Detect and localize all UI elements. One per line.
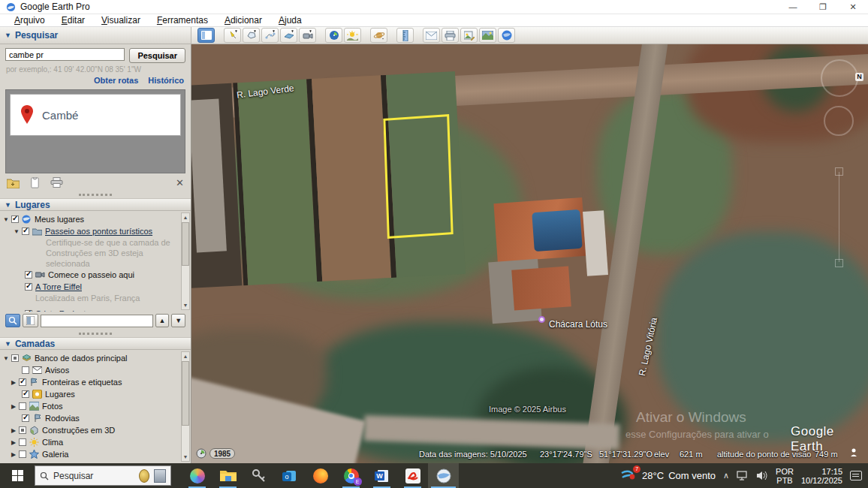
clock-date[interactable]: 17:1510/12/2025 xyxy=(801,467,842,485)
checkbox[interactable] xyxy=(22,414,29,422)
place-label[interactable]: Chácara Lótus xyxy=(549,319,607,330)
add-polygon-icon[interactable] xyxy=(243,28,260,43)
checkbox[interactable] xyxy=(22,227,29,235)
taskbar-app-copilot[interactable] xyxy=(182,463,212,488)
time-slider-icon[interactable] xyxy=(196,448,206,459)
expander-open-icon[interactable]: ▼ xyxy=(2,355,10,362)
history-link[interactable]: Histórico xyxy=(148,76,184,85)
checkbox[interactable] xyxy=(25,283,32,291)
map-viewport[interactable]: R. Lago Verde R. Lago Vitória Chácara Ló… xyxy=(191,44,868,463)
layers-panel-header[interactable]: ▼ Camadas xyxy=(0,337,191,350)
zoom-in-handle[interactable] xyxy=(835,167,843,176)
taskbar-app-keys[interactable] xyxy=(243,463,274,488)
language-indicator[interactable]: PORPTB xyxy=(776,467,794,485)
scroll-thumb[interactable] xyxy=(182,222,189,266)
tree-item-torre-eiffel[interactable]: A Torre Eiffel xyxy=(2,281,180,293)
minimize-button[interactable]: — xyxy=(778,0,808,14)
move-down-icon[interactable]: ▼ xyxy=(171,314,185,327)
layer-banco-de-dados[interactable]: ▼ Banco de dados principal xyxy=(2,352,180,364)
menu-ajuda[interactable]: Ajuda xyxy=(270,15,310,26)
start-button[interactable] xyxy=(0,463,35,488)
checkbox[interactable] xyxy=(25,310,32,312)
selected-plot-outline[interactable] xyxy=(383,114,453,239)
scroll-down-icon[interactable]: ▼ xyxy=(182,453,189,461)
sidebar-toggle-icon[interactable] xyxy=(197,28,215,43)
checkbox-partial[interactable] xyxy=(11,354,19,362)
checkbox[interactable] xyxy=(25,271,32,279)
search-input[interactable] xyxy=(5,48,125,61)
taskbar-search[interactable]: Pesquisar xyxy=(35,465,171,486)
tree-item-passeio[interactable]: ▼ Passeio aos pontos turísticos xyxy=(2,225,180,237)
taskbar-app-firefox[interactable] xyxy=(305,463,336,488)
search-button[interactable]: Pesquisar xyxy=(129,48,185,63)
close-results-icon[interactable]: ✕ xyxy=(176,177,184,188)
expander-open-icon[interactable]: ▼ xyxy=(13,228,20,235)
ruler-icon[interactable] xyxy=(396,28,414,43)
layer-clima[interactable]: ▶ Clima xyxy=(2,436,180,448)
earth-globe-icon[interactable] xyxy=(498,28,515,43)
tray-overflow-chevron-icon[interactable]: ∧ xyxy=(723,471,729,480)
sunlight-icon[interactable] xyxy=(344,28,361,43)
expander-open-icon[interactable]: ▼ xyxy=(2,216,10,223)
places-panel-header[interactable]: ▼ Lugares xyxy=(0,198,191,211)
print-icon[interactable] xyxy=(442,28,459,43)
layer-rodovias[interactable]: Rodovias xyxy=(2,412,180,424)
scroll-up-icon[interactable]: ▲ xyxy=(182,213,189,221)
look-joystick[interactable] xyxy=(824,106,854,136)
layer-fronteiras[interactable]: ▶ Fronteiras e etiquetas xyxy=(2,376,180,388)
layer-construcoes-3d[interactable]: ▶ Construções em 3D xyxy=(2,424,180,436)
checkbox[interactable] xyxy=(19,438,26,446)
place-marker-icon[interactable] xyxy=(538,316,545,323)
checkbox[interactable] xyxy=(19,378,26,386)
speaker-icon[interactable] xyxy=(756,471,768,480)
layer-fotos[interactable]: ▶ Fotos xyxy=(2,400,180,412)
scroll-down-icon[interactable]: ▼ xyxy=(182,301,189,309)
panel-drag-handle[interactable] xyxy=(79,194,112,196)
email-icon[interactable] xyxy=(423,28,440,43)
panel-drag-handle[interactable] xyxy=(79,333,112,335)
get-directions-link[interactable]: Obter rotas xyxy=(94,76,138,85)
expander-closed-icon[interactable]: ▶ xyxy=(10,403,17,410)
menu-editar[interactable]: Editar xyxy=(53,15,93,26)
save-image-icon[interactable] xyxy=(460,28,478,43)
scroll-thumb[interactable] xyxy=(182,361,189,426)
zoom-out-handle[interactable] xyxy=(835,259,843,267)
layer-avisos[interactable]: Avisos xyxy=(2,364,180,376)
scroll-up-icon[interactable]: ▲ xyxy=(182,352,189,360)
copy-icon[interactable] xyxy=(29,177,41,188)
places-scrollbar[interactable]: ▲ ▼ xyxy=(181,212,190,310)
network-icon[interactable] xyxy=(737,471,749,480)
add-path-icon[interactable] xyxy=(261,28,279,43)
checkbox-partial[interactable] xyxy=(19,426,26,434)
move-up-icon[interactable]: ▲ xyxy=(155,314,170,327)
print-results-icon[interactable] xyxy=(50,177,63,188)
taskbar-app-chrome[interactable]: E xyxy=(336,463,366,488)
checkbox[interactable] xyxy=(19,402,26,410)
search-panel-header[interactable]: ▼ Pesquisar xyxy=(0,27,191,44)
streetview-pegman-icon[interactable] xyxy=(849,448,858,457)
checkbox[interactable] xyxy=(22,366,29,374)
record-tour-icon[interactable] xyxy=(299,28,316,43)
oldest-imagery-badge[interactable]: 1985 xyxy=(209,448,235,459)
expander-closed-icon[interactable]: ▶ xyxy=(10,439,17,446)
checkbox[interactable] xyxy=(22,390,29,398)
places-filter-icon[interactable] xyxy=(23,314,38,327)
expander-closed-icon[interactable]: ▶ xyxy=(10,451,17,458)
menu-arquivo[interactable]: Arquivo xyxy=(6,15,53,26)
taskbar-app-file-explorer[interactable] xyxy=(212,463,243,488)
taskbar-app-outlook[interactable]: o xyxy=(274,463,305,488)
expander-closed-icon[interactable]: ▶ xyxy=(10,427,17,434)
tree-item-comece[interactable]: Comece o passeio aqui xyxy=(2,269,180,281)
taskbar-app-acrobat[interactable] xyxy=(397,463,428,488)
search-result-item[interactable]: Cambé xyxy=(10,94,181,136)
add-placemark-icon[interactable] xyxy=(224,28,241,43)
layer-galeria[interactable]: ▶ Galeria xyxy=(2,448,180,460)
notification-center-icon[interactable] xyxy=(850,471,862,480)
menu-visualizar[interactable]: Visualizar xyxy=(93,15,149,26)
historical-imagery-icon[interactable] xyxy=(325,28,342,43)
close-button[interactable]: ✕ xyxy=(838,0,868,14)
checkbox[interactable] xyxy=(11,215,19,223)
expander-closed-icon[interactable]: ▶ xyxy=(10,379,17,386)
add-image-overlay-icon[interactable] xyxy=(280,28,297,43)
search-highlight-box-image[interactable] xyxy=(154,469,166,483)
